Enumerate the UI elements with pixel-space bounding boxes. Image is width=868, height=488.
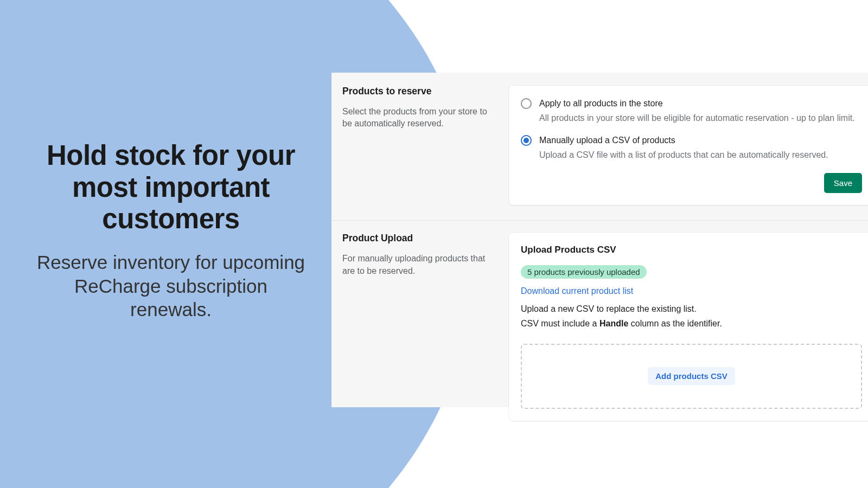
- upload-instruction: Upload a new CSV to replace the existing…: [521, 303, 862, 316]
- radio-help-text: All products in your store will be eligi…: [539, 112, 862, 124]
- upload-format-instruction: CSV must include a Handle column as the …: [521, 317, 862, 331]
- radio-option-csv-upload[interactable]: Manually upload a CSV of products Upload…: [521, 134, 862, 162]
- section-description: For manually uploading products that are…: [342, 253, 497, 277]
- section-title: Products to reserve: [342, 86, 497, 97]
- radio-label: Manually upload a CSV of products: [539, 134, 862, 146]
- section-header: Product Upload For manually uploading pr…: [342, 233, 497, 421]
- save-button[interactable]: Save: [824, 173, 862, 193]
- radio-icon[interactable]: [521, 98, 532, 109]
- download-product-list-link[interactable]: Download current product list: [521, 286, 862, 296]
- hero-subtitle: Reserve inventory for upcoming ReCharge …: [35, 251, 307, 322]
- radio-option-all-products[interactable]: Apply to all products in the store All p…: [521, 98, 862, 125]
- add-products-csv-button[interactable]: Add products CSV: [648, 367, 735, 385]
- section-header: Products to reserve Select the products …: [342, 86, 497, 220]
- radio-help-text: Upload a CSV file with a list of product…: [539, 149, 862, 161]
- radio-icon[interactable]: [521, 135, 532, 146]
- section-product-upload: Product Upload For manually uploading pr…: [331, 220, 868, 421]
- app-panel: Products to reserve Select the products …: [331, 73, 868, 407]
- radio-label: Apply to all products in the store: [539, 98, 862, 110]
- hero-section: Hold stock for your most important custo…: [35, 140, 307, 322]
- csv-dropzone[interactable]: Add products CSV: [521, 344, 862, 409]
- reserve-options-card: Apply to all products in the store All p…: [509, 86, 868, 205]
- section-description: Select the products from your store to b…: [342, 106, 497, 130]
- upload-card-title: Upload Products CSV: [521, 245, 862, 255]
- hero-title: Hold stock for your most important custo…: [35, 140, 307, 235]
- upload-card: Upload Products CSV 5 products previousl…: [509, 233, 868, 421]
- upload-count-badge: 5 products previously uploaded: [521, 265, 647, 279]
- section-title: Product Upload: [342, 233, 497, 244]
- section-products-to-reserve: Products to reserve Select the products …: [331, 73, 868, 220]
